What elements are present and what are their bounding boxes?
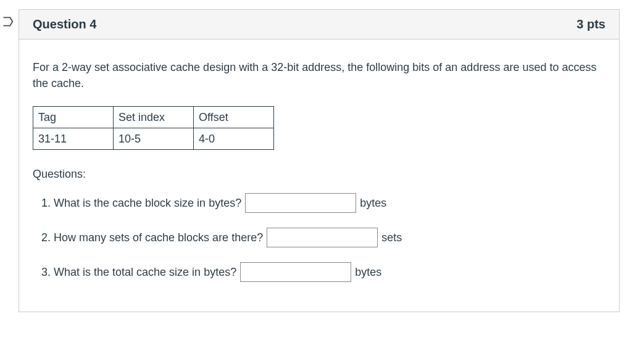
question-1-line: 1. What is the cache block size in bytes… — [33, 193, 605, 213]
table-row: Tag Set index Offset — [33, 107, 274, 128]
table-value-index: 10-5 — [114, 128, 194, 150]
question-header: Question 4 3 pts — [19, 10, 619, 39]
arrow-column — [0, 9, 19, 30]
question-2-text: 2. How many sets of cache blocks are the… — [41, 230, 263, 246]
question-2-input[interactable] — [267, 228, 378, 247]
question-title: Question 4 — [33, 17, 96, 31]
chevron-right-icon — [1, 19, 14, 30]
question-1-input[interactable] — [245, 193, 356, 213]
table-value-tag: 31-11 — [33, 128, 114, 150]
table-header-index: Set index — [114, 107, 194, 128]
question-1-unit: bytes — [360, 195, 386, 211]
address-bits-table: Tag Set index Offset 31-11 10-5 4-0 — [33, 106, 274, 150]
question-wrapper: Question 4 3 pts For a 2-way set associa… — [0, 9, 620, 312]
table-header-offset: Offset — [194, 107, 274, 128]
table-header-tag: Tag — [33, 107, 114, 128]
question-card: Question 4 3 pts For a 2-way set associa… — [19, 9, 620, 312]
questions-label: Questions: — [33, 166, 605, 182]
question-3-unit: bytes — [355, 264, 381, 280]
question-2-line: 2. How many sets of cache blocks are the… — [33, 228, 605, 247]
table-row: 31-11 10-5 4-0 — [33, 128, 274, 150]
question-body: For a 2-way set associative cache design… — [19, 39, 619, 312]
question-3-line: 3. What is the total cache size in bytes… — [33, 262, 605, 282]
question-1-text: 1. What is the cache block size in bytes… — [41, 195, 241, 211]
question-3-text: 3. What is the total cache size in bytes… — [41, 264, 236, 280]
question-points: 3 pts — [576, 17, 605, 31]
question-3-input[interactable] — [240, 262, 351, 282]
table-value-offset: 4-0 — [194, 128, 274, 150]
question-2-unit: sets — [381, 230, 402, 246]
question-intro: For a 2-way set associative cache design… — [33, 59, 605, 91]
